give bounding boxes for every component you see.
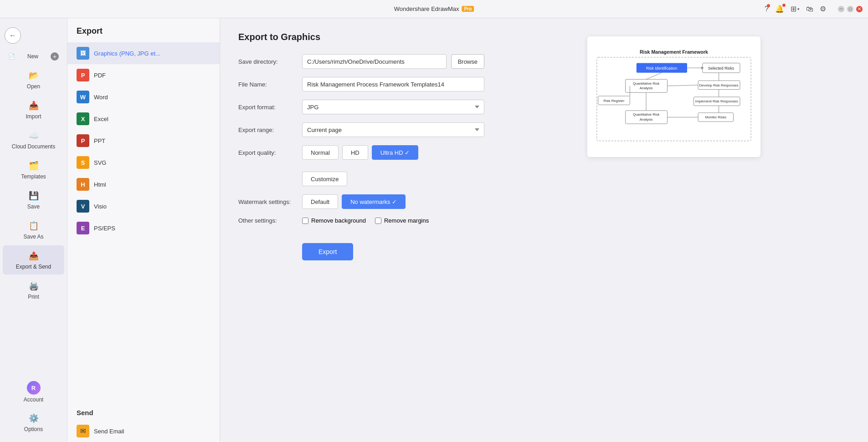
window-controls: ─ □ ✕ (838, 6, 863, 12)
save-directory-label: Save directory: (238, 58, 298, 65)
preview-card: Risk Management Framework Risk Identific… (587, 36, 760, 157)
svg-text:Develop Risk Responses: Develop Risk Responses (699, 83, 738, 87)
quality-hd-button[interactable]: HD (342, 145, 368, 160)
close-button[interactable]: ✕ (856, 6, 863, 12)
format-item-pdf[interactable]: P PDF (67, 64, 220, 86)
nav-bottom: R Account ⚙️ Options (0, 376, 67, 437)
sidebar-item-print[interactable]: 🖨️ Print (3, 275, 64, 305)
plus-icon: + (51, 52, 59, 61)
topbar-icons: ? 🔔 ⊞ ▾ 🛍 ⚙ (763, 3, 828, 15)
svg-text:Selected Risks: Selected Risks (708, 66, 734, 71)
main-content: Export to Graphics Save directory: Brows… (220, 18, 868, 442)
svg-text:Analysis: Analysis (640, 117, 653, 122)
watermark-default-button[interactable]: Default (302, 194, 338, 209)
export-form-area: Export to Graphics Save directory: Brows… (220, 18, 868, 442)
format-item-word[interactable]: W Word (67, 86, 220, 108)
export-panel-title: Export (67, 18, 220, 42)
send-email-label: Send Email (94, 428, 124, 435)
maximize-button[interactable]: □ (847, 6, 853, 12)
browse-button[interactable]: Browse (451, 54, 484, 69)
file-name-label: File Name: (238, 81, 298, 88)
format-item-pseps[interactable]: E PS/EPS (67, 217, 220, 239)
svg-text:Implement Risk Responses: Implement Risk Responses (695, 100, 738, 104)
remove-background-label: Remove background (311, 217, 366, 224)
format-item-ppt[interactable]: P PPT (67, 130, 220, 152)
sidebar-item-export[interactable]: 📤 Export & Send (3, 245, 64, 274)
other-settings-label: Other settings: (238, 217, 298, 224)
sidebar-item-label-templates: Templates (21, 173, 46, 180)
svg-text:Risk Identification: Risk Identification (646, 66, 677, 71)
save-directory-input[interactable] (302, 54, 447, 69)
preview-diagram: Risk Management Framework Risk Identific… (595, 44, 753, 148)
sidebar-item-label-import: Import (26, 113, 41, 120)
export-format-select[interactable]: JPG PNG BMP TIFF GIF SVG (302, 100, 484, 114)
sidebar-item-save[interactable]: 💾 Save (3, 185, 64, 214)
format-label-word: Word (94, 94, 108, 101)
format-label-excel: Excel (94, 116, 108, 122)
sidebar-item-options[interactable]: ⚙️ Options (3, 408, 64, 437)
sidebar-nav: ← 📄 New + 📂 Open 📥 Import ☁️ Cloud Docum… (0, 18, 67, 442)
form-panel: Export to Graphics Save directory: Brows… (238, 32, 484, 428)
new-icon: 📄 (8, 53, 15, 60)
sidebar-item-new[interactable]: 📄 New + (3, 49, 64, 64)
form-title: Export to Graphics (238, 32, 484, 42)
remove-background-item[interactable]: Remove background (302, 217, 366, 224)
minimize-button[interactable]: ─ (838, 6, 844, 12)
export-range-label: Export range: (238, 127, 298, 133)
settings-icon[interactable]: ⚙ (818, 3, 828, 15)
quality-row: Normal HD Ultra HD ✓ (302, 145, 418, 160)
sidebar-item-label-account: Account (24, 396, 43, 403)
apps-icon[interactable]: ⊞ ▾ (789, 3, 801, 15)
sidebar-item-import[interactable]: 📥 Import (3, 95, 64, 124)
send-section-title: Send (67, 402, 220, 420)
print-icon: 🖨️ (28, 280, 40, 292)
ppt-icon: P (77, 134, 89, 147)
format-item-png[interactable]: 🖼 Graphics (PNG, JPG et... (67, 42, 220, 64)
customize-row: Customize (238, 168, 484, 186)
format-item-svg[interactable]: S SVG (67, 152, 220, 173)
send-email-item[interactable]: ✉ Send Email (67, 420, 220, 442)
export-btn-row: Export (238, 232, 484, 260)
quality-ultrahd-button[interactable]: Ultra HD ✓ (372, 145, 418, 160)
remove-background-checkbox[interactable] (302, 218, 308, 224)
svg-text:Risk Management Framework: Risk Management Framework (640, 49, 708, 55)
sidebar-item-open[interactable]: 📂 Open (3, 65, 64, 94)
watermark-options: Default No watermarks ✓ (302, 194, 406, 209)
format-item-excel[interactable]: X Excel (67, 108, 220, 130)
preview-panel: Risk Management Framework Risk Identific… (498, 32, 850, 428)
svg-text:Risk Register: Risk Register (604, 99, 625, 103)
sidebar-item-label-save-as: Save As (23, 234, 43, 240)
svg-text:Quantitative Risk: Quantitative Risk (633, 81, 659, 86)
store-icon[interactable]: 🛍 (804, 3, 815, 15)
quality-normal-button[interactable]: Normal (302, 145, 339, 160)
remove-margins-label: Remove margins (384, 217, 429, 224)
customize-button[interactable]: Customize (302, 172, 347, 186)
cloud-icon: ☁️ (28, 130, 40, 142)
titlebar-right: ? 🔔 ⊞ ▾ 🛍 ⚙ ─ □ ✕ (763, 3, 863, 15)
svg-line-21 (646, 73, 662, 80)
save-directory-row: Save directory: Browse (238, 54, 484, 69)
other-settings-row: Other settings: Remove background Remove… (238, 217, 484, 224)
export-button[interactable]: Export (302, 243, 353, 260)
file-name-input[interactable] (302, 77, 484, 91)
sidebar-item-cloud[interactable]: ☁️ Cloud Documents (3, 125, 64, 154)
pdf-icon: P (77, 69, 89, 81)
format-label-html: Html (94, 181, 106, 188)
save-as-icon: 📋 (28, 220, 40, 232)
sidebar-item-account[interactable]: R Account (3, 376, 64, 407)
remove-margins-checkbox[interactable] (375, 218, 381, 224)
sidebar-item-label-save: Save (27, 203, 40, 210)
format-item-visio[interactable]: V Visio (67, 195, 220, 217)
sidebar-item-templates[interactable]: 🗂️ Templates (3, 155, 64, 184)
export-range-select[interactable]: Current page All pages Selected objects (302, 122, 484, 137)
format-item-html[interactable]: H Html (67, 173, 220, 195)
help-icon[interactable]: ? (763, 3, 770, 15)
sidebar-item-save-as[interactable]: 📋 Save As (3, 215, 64, 244)
titlebar-center: Wondershare EdrawMax Pro (394, 5, 474, 12)
save-icon: 💾 (28, 190, 40, 202)
watermark-none-button[interactable]: No watermarks ✓ (342, 194, 406, 209)
back-button[interactable]: ← (5, 27, 21, 44)
bell-icon[interactable]: 🔔 (773, 3, 786, 15)
remove-margins-item[interactable]: Remove margins (375, 217, 429, 224)
export-format-label: Export format: (238, 104, 298, 111)
